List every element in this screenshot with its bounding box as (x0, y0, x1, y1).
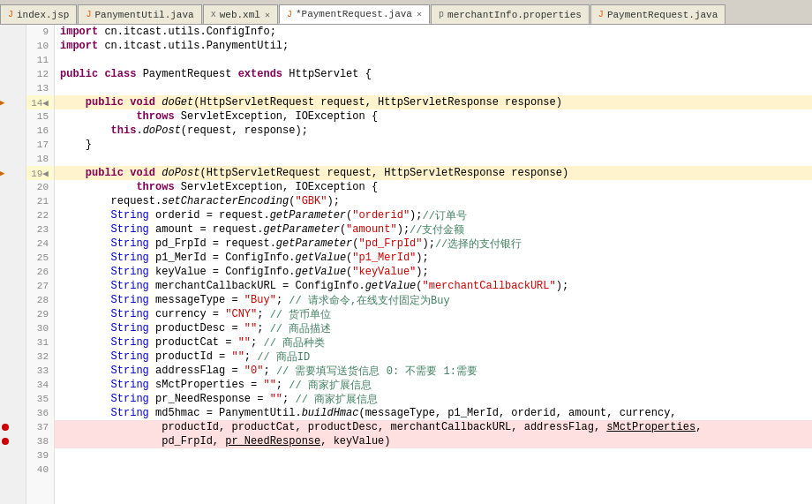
breakpoint-gutter (0, 25, 26, 504)
line-num-14: 14◀ (26, 95, 54, 109)
tab-icon-panyment-util: J (86, 10, 91, 19)
gutter-30 (0, 321, 26, 335)
gutter-28 (0, 293, 26, 307)
code-line-18 (55, 152, 812, 166)
code-line-37: productId, productCat, productDesc, merc… (55, 420, 812, 434)
gutter-19 (0, 166, 26, 180)
line-num-26: 26 (26, 265, 54, 279)
gutter-24 (0, 237, 26, 251)
code-line-38: pd_FrpId, pr_NeedResponse, keyValue) (55, 434, 812, 448)
line-num-9: 9 (26, 25, 54, 39)
gutter-40 (0, 463, 26, 477)
line-num-10: 10 (26, 39, 54, 53)
tab-icon-web-xml: x (211, 10, 216, 19)
tab-label-payment-request: PaymentRequest.java (607, 10, 718, 20)
tab-label-merchant-info: merchantInfo.properties (447, 10, 582, 20)
code-line-15: throws ServletException, IOException { (55, 109, 812, 124)
tab-icon-payment-request: J (598, 10, 604, 19)
tab-label-web-xml: web.xml (220, 10, 260, 20)
line-num-27: 27 (26, 279, 54, 293)
code-line-14: public void doGet(HttpServletRequest req… (55, 95, 812, 109)
tab-panyment-util[interactable]: J PanymentUtil.java (78, 4, 201, 24)
tab-index-jsp[interactable]: J index.jsp (0, 4, 77, 24)
gutter-23 (0, 222, 26, 237)
line-num-22: 22 (26, 208, 54, 222)
line-num-24: 24 (26, 237, 54, 251)
code-line-39 (55, 448, 812, 463)
code-line-11 (55, 53, 812, 67)
code-area[interactable]: import cn.itcast.utils.ConfigInfo; impor… (55, 25, 812, 504)
code-line-23: String amount = request.getParameter("am… (55, 222, 812, 237)
line-num-18: 18 (26, 152, 54, 166)
gutter-17 (0, 138, 26, 152)
code-line-34: String sMctProperties = ""; // 商家扩展信息 (55, 378, 812, 392)
gutter-18 (0, 152, 26, 166)
code-line-28: String messageType = "Buy"; // 请求命令,在线支付… (55, 293, 812, 307)
line-num-16: 16 (26, 124, 54, 138)
line-num-40: 40 (26, 463, 54, 477)
close-icon-payment-request-star[interactable]: ✕ (417, 9, 422, 19)
code-line-33: String addressFlag = "0"; // 需要填写送货信息 0:… (55, 364, 812, 378)
code-line-25: String p1_MerId = ConfigInfo.getValue("p… (55, 251, 812, 265)
line-num-35: 35 (26, 392, 54, 406)
code-line-13 (55, 81, 812, 95)
line-num-21: 21 (26, 194, 54, 208)
code-line-12: public class PaymentRequest extends Http… (55, 67, 812, 81)
gutter-32 (0, 350, 26, 364)
tab-web-xml[interactable]: x web.xml ✕ (203, 4, 278, 24)
gutter-27 (0, 279, 26, 293)
tab-icon-merchant-info: p (439, 10, 444, 19)
line-num-25: 25 (26, 251, 54, 265)
tab-payment-request-star[interactable]: J *PaymentRequest.java ✕ (279, 4, 430, 24)
tab-merchant-info[interactable]: p merchantInfo.properties (431, 4, 590, 24)
gutter-33 (0, 364, 26, 378)
gutter-21 (0, 194, 26, 208)
code-line-9: import cn.itcast.utils.ConfigInfo; (55, 25, 812, 39)
line-num-12: 12 (26, 67, 54, 81)
close-icon-web-xml[interactable]: ✕ (265, 10, 270, 20)
code-line-35: String pr_NeedResponse = ""; // 商家扩展信息 (55, 392, 812, 406)
tab-payment-request[interactable]: J PaymentRequest.java (590, 4, 726, 24)
gutter-16 (0, 124, 26, 138)
gutter-15 (0, 109, 26, 124)
line-num-20: 20 (26, 180, 54, 194)
gutter-12 (0, 67, 26, 81)
code-line-40 (55, 463, 812, 477)
line-num-38: 38 (26, 434, 54, 448)
gutter-29 (0, 307, 26, 321)
line-numbers: 9 10 11 12 13 14◀ 15 16 17 18 19◀ 20 21 … (26, 25, 55, 504)
gutter-11 (0, 53, 26, 67)
editor-area: 9 10 11 12 13 14◀ 15 16 17 18 19◀ 20 21 … (0, 25, 812, 504)
code-line-20: throws ServletException, IOException { (55, 180, 812, 194)
line-num-34: 34 (26, 378, 54, 392)
code-line-21: request.setCharacterEncoding("GBK"); (55, 194, 812, 208)
line-num-37: 37 (26, 420, 54, 434)
gutter-34 (0, 378, 26, 392)
line-num-39: 39 (26, 448, 54, 463)
gutter-36 (0, 406, 26, 420)
gutter-25 (0, 251, 26, 265)
line-num-19: 19◀ (26, 166, 54, 180)
gutter-22 (0, 208, 26, 222)
tab-label-panyment-util: PanymentUtil.java (94, 10, 193, 20)
code-line-24: String pd_FrpId = request.getParameter("… (55, 237, 812, 251)
gutter-13 (0, 81, 26, 95)
code-line-27: String merchantCallbackURL = ConfigInfo.… (55, 279, 812, 293)
code-line-16: this.doPost(request, response); (55, 124, 812, 138)
line-num-29: 29 (26, 307, 54, 321)
code-line-30: String productDesc = ""; // 商品描述 (55, 321, 812, 335)
code-line-10: import cn.itcast.utils.PanymentUtil; (55, 39, 812, 53)
gutter-26 (0, 265, 26, 279)
line-num-11: 11 (26, 53, 54, 67)
line-num-28: 28 (26, 293, 54, 307)
code-line-36: String md5hmac = PanymentUtil.buildHmac(… (55, 406, 812, 420)
tab-bar: J index.jsp J PanymentUtil.java x web.xm… (0, 0, 812, 25)
code-line-31: String productCat = ""; // 商品种类 (55, 335, 812, 350)
tab-label-payment-request-star: *PaymentRequest.java (296, 9, 412, 19)
line-num-13: 13 (26, 81, 54, 95)
line-num-17: 17 (26, 138, 54, 152)
code-line-32: String productId = ""; // 商品ID (55, 350, 812, 364)
gutter-20 (0, 180, 26, 194)
code-line-19: public void doPost(HttpServletRequest re… (55, 166, 812, 180)
gutter-31 (0, 335, 26, 350)
